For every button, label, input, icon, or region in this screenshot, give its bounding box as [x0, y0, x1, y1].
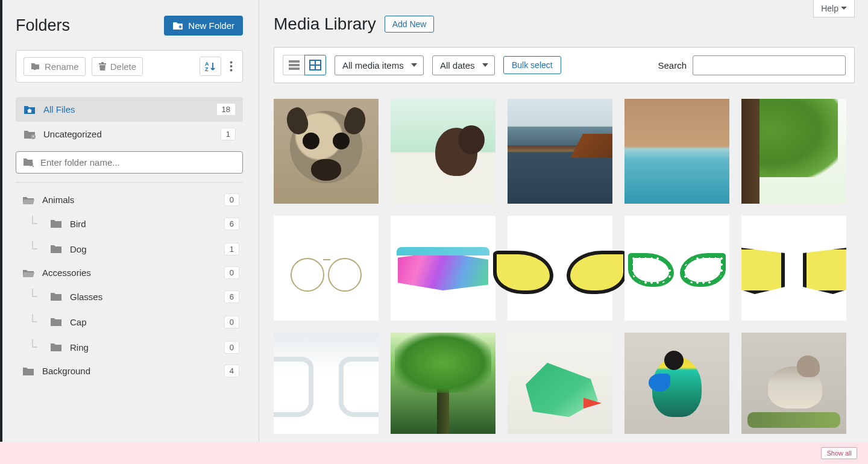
- filter-bar: All media items All dates Bulk select Se…: [274, 47, 855, 83]
- add-new-button[interactable]: Add New: [385, 16, 435, 33]
- media-thumbnail[interactable]: [741, 216, 846, 321]
- media-type-select[interactable]: All media items: [335, 55, 424, 75]
- media-thumbnail[interactable]: [391, 99, 495, 204]
- media-thumbnail[interactable]: [508, 99, 612, 204]
- folder-icon: [49, 243, 63, 254]
- folder-label: Bird: [70, 219, 217, 229]
- list-view-button[interactable]: [283, 55, 304, 75]
- folder-count: 4: [224, 365, 239, 377]
- folder-icon: [49, 316, 63, 327]
- divider: [16, 182, 243, 183]
- folder-count: 0: [224, 316, 239, 328]
- tree-branch-icon: [27, 314, 42, 330]
- folder-label: Background: [42, 366, 217, 376]
- media-thumbnail[interactable]: [274, 99, 379, 204]
- folder-item[interactable]: Accessories0: [16, 262, 243, 284]
- tree-branch-icon: [27, 216, 42, 231]
- media-thumbnail[interactable]: [274, 216, 379, 321]
- folder-label: Animals: [42, 195, 217, 205]
- uncategorized-item[interactable]: Uncategorized 1: [16, 122, 243, 146]
- svg-point-2: [230, 61, 233, 64]
- folder-item[interactable]: Dog1: [16, 236, 243, 262]
- media-thumbnail[interactable]: [274, 333, 379, 434]
- folder-label: Cap: [70, 317, 217, 327]
- folder-icon: [22, 268, 35, 278]
- folder-count: 0: [224, 341, 239, 354]
- all-files-count: 18: [216, 103, 236, 116]
- folders-sidebar: Folders New Folder Rename Delete: [2, 0, 259, 442]
- folder-icon: [49, 342, 63, 353]
- help-button[interactable]: Help: [813, 0, 855, 17]
- uncategorized-label: Uncategorized: [43, 129, 213, 139]
- new-folder-button[interactable]: New Folder: [164, 16, 243, 36]
- media-thumbnail[interactable]: [391, 333, 495, 434]
- tree-branch-icon: [27, 241, 42, 257]
- svg-text:Z: Z: [205, 66, 209, 72]
- more-options-button[interactable]: [227, 58, 235, 74]
- folder-search: [16, 151, 243, 174]
- svg-point-3: [230, 65, 233, 67]
- folder-item[interactable]: Glasses6: [16, 284, 243, 309]
- folder-icon: [49, 218, 63, 229]
- media-thumbnail[interactable]: [508, 333, 612, 434]
- folder-count: 0: [224, 193, 239, 206]
- uncategorized-folder-icon: [23, 128, 36, 140]
- delete-button[interactable]: Delete: [92, 57, 143, 76]
- search-label: Search: [658, 60, 687, 71]
- folder-item[interactable]: Ring0: [16, 334, 243, 360]
- rename-icon: [30, 61, 41, 71]
- media-thumbnail[interactable]: [741, 333, 846, 434]
- folder-search-input[interactable]: [16, 151, 243, 174]
- folder-search-icon: [22, 157, 34, 168]
- svg-point-4: [230, 69, 233, 72]
- folder-plus-icon: [172, 21, 183, 31]
- grid-view-button[interactable]: [304, 55, 326, 75]
- media-grid: [274, 99, 855, 434]
- media-thumbnail[interactable]: [624, 99, 729, 204]
- folder-item[interactable]: Bird6: [16, 211, 243, 236]
- folder-icon: [49, 291, 63, 302]
- footer-bar: Show all: [0, 442, 868, 464]
- chevron-down-icon: [841, 6, 847, 11]
- delete-label: Delete: [110, 61, 136, 72]
- sort-az-icon: AZ: [204, 60, 216, 72]
- search-input[interactable]: [693, 55, 846, 75]
- rename-button[interactable]: Rename: [24, 57, 86, 76]
- media-thumbnail[interactable]: [508, 216, 612, 321]
- folder-toolbar: Rename Delete AZ: [16, 50, 243, 83]
- trash-icon: [98, 61, 107, 71]
- folder-label: Ring: [70, 342, 217, 353]
- page-title: Media Library: [274, 14, 376, 34]
- rename-label: Rename: [45, 61, 79, 72]
- bulk-select-button[interactable]: Bulk select: [503, 56, 561, 74]
- sort-button[interactable]: AZ: [200, 57, 221, 76]
- show-all-button[interactable]: Show all: [821, 447, 857, 459]
- all-files-label: All Files: [43, 104, 209, 114]
- folder-count: 0: [224, 266, 239, 279]
- folder-icon: [22, 195, 35, 205]
- folder-item[interactable]: Background4: [16, 360, 243, 382]
- folder-item[interactable]: Cap0: [16, 309, 243, 334]
- list-icon: [288, 59, 301, 71]
- media-thumbnail[interactable]: [624, 216, 729, 321]
- folder-count: 6: [224, 218, 239, 230]
- folder-label: Dog: [70, 244, 217, 254]
- media-thumbnail[interactable]: [624, 333, 729, 434]
- help-label: Help: [821, 4, 838, 13]
- folder-icon: [22, 366, 35, 377]
- tree-branch-icon: [27, 289, 42, 304]
- main-content: Help Media Library Add New: [259, 0, 868, 442]
- folder-label: Glasses: [70, 292, 217, 302]
- folder-count: 6: [224, 290, 239, 303]
- media-thumbnail[interactable]: [741, 99, 846, 204]
- folder-label: Accessories: [42, 268, 217, 278]
- home-folder-icon: [23, 104, 36, 116]
- uncategorized-count: 1: [221, 128, 236, 140]
- folder-item[interactable]: Animals0: [16, 189, 243, 211]
- all-files-item[interactable]: All Files 18: [16, 97, 243, 122]
- tree-branch-icon: [27, 339, 42, 355]
- date-filter-select[interactable]: All dates: [432, 55, 495, 75]
- new-folder-label: New Folder: [188, 20, 234, 31]
- media-thumbnail[interactable]: [391, 216, 495, 321]
- sidebar-title: Folders: [16, 16, 70, 35]
